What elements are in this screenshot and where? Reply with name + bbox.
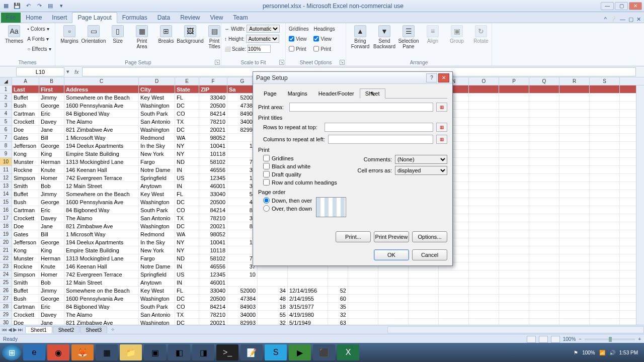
- taskbar-ie-icon[interactable]: e: [23, 344, 45, 360]
- cell[interactable]: [529, 182, 559, 190]
- cell[interactable]: [378, 311, 409, 318]
- bw-check[interactable]: Black and white: [258, 163, 349, 169]
- taskbar-cmd-icon[interactable]: >_: [216, 344, 238, 360]
- cell[interactable]: [529, 158, 559, 165]
- start-button[interactable]: ⊞: [2, 344, 21, 360]
- row-header[interactable]: 16: [0, 206, 12, 214]
- page-layout-view-button[interactable]: [539, 336, 548, 343]
- cell[interactable]: George: [39, 102, 64, 109]
- cell[interactable]: [469, 126, 499, 133]
- cell[interactable]: [529, 190, 559, 198]
- cell[interactable]: [559, 287, 590, 294]
- cell[interactable]: 35: [328, 303, 348, 310]
- row-header[interactable]: 25: [0, 279, 12, 287]
- tray-flag-icon[interactable]: ⚑: [574, 350, 578, 355]
- cell[interactable]: [348, 319, 378, 325]
- cell[interactable]: [529, 246, 559, 254]
- cell[interactable]: Knute: [39, 262, 64, 270]
- cell[interactable]: [590, 311, 620, 318]
- cell-errors-select[interactable]: displayed: [395, 166, 447, 175]
- cell[interactable]: [559, 85, 590, 93]
- rowcol-check[interactable]: Row and column headings: [258, 179, 349, 186]
- cell[interactable]: CO: [175, 206, 199, 214]
- cell[interactable]: Davey: [39, 118, 64, 125]
- cell[interactable]: [469, 238, 499, 246]
- cell[interactable]: Gates: [12, 134, 39, 141]
- row-header[interactable]: 20: [0, 238, 12, 246]
- minimize-ribbon-icon[interactable]: ^: [604, 16, 607, 23]
- vertical-scrollbar[interactable]: [636, 85, 644, 325]
- cell[interactable]: [529, 222, 559, 230]
- cell[interactable]: George: [39, 198, 64, 206]
- print-button[interactable]: Print...: [336, 231, 371, 242]
- col-header[interactable]: R: [559, 77, 590, 85]
- cell[interactable]: Simpson: [12, 270, 39, 278]
- cell[interactable]: 84214: [199, 206, 227, 214]
- new-sheet-icon[interactable]: ✧: [108, 327, 118, 332]
- cell[interactable]: 55: [258, 311, 288, 318]
- cell[interactable]: [227, 279, 258, 286]
- taskbar-chrome-icon[interactable]: ◉: [47, 344, 69, 360]
- cell[interactable]: [529, 118, 559, 125]
- cell[interactable]: Key West: [139, 287, 175, 294]
- cell[interactable]: In the Sky: [139, 142, 175, 149]
- workbook-minimize-icon[interactable]: —: [620, 16, 625, 23]
- cell[interactable]: 63: [328, 319, 348, 325]
- cell[interactable]: [590, 110, 620, 117]
- print-area-button[interactable]: ▦Print Area: [131, 24, 153, 50]
- cell[interactable]: First: [39, 85, 64, 93]
- cell[interactable]: [469, 311, 499, 318]
- cell[interactable]: [499, 279, 529, 286]
- effects-button[interactable]: ○Effects▾: [27, 44, 51, 53]
- cell[interactable]: George: [39, 238, 64, 246]
- cell[interactable]: George: [39, 295, 64, 302]
- dialog-help-button[interactable]: ?: [426, 73, 437, 82]
- table-row[interactable]: CrockettDaveyThe AlamoSan AntonioTX78210…: [12, 311, 644, 319]
- cell[interactable]: Fargo: [139, 254, 175, 262]
- cell[interactable]: [590, 158, 620, 165]
- cell[interactable]: IN: [175, 262, 199, 270]
- taskbar-app-icon[interactable]: ▦: [96, 344, 118, 360]
- gridlines-check[interactable]: Gridlines: [258, 155, 349, 161]
- cell[interactable]: South Park: [139, 303, 175, 310]
- cell[interactable]: TX: [175, 214, 199, 222]
- cell[interactable]: Homer: [39, 270, 64, 278]
- cell[interactable]: The Alamo: [64, 118, 139, 125]
- cell[interactable]: [348, 287, 378, 294]
- send-backward-button[interactable]: ▼Send Backward: [373, 24, 395, 50]
- col-header[interactable]: A: [12, 77, 39, 85]
- cell[interactable]: [469, 295, 499, 302]
- cell[interactable]: [469, 206, 499, 214]
- cell[interactable]: [439, 319, 469, 325]
- cell[interactable]: [499, 262, 529, 270]
- cell[interactable]: [258, 270, 288, 278]
- cell[interactable]: Somewhere on the Beach: [64, 287, 139, 294]
- cell[interactable]: [469, 174, 499, 182]
- cell[interactable]: [439, 295, 469, 302]
- cell[interactable]: [529, 85, 559, 93]
- excel-icon[interactable]: ▦: [2, 2, 10, 10]
- cell[interactable]: NY: [175, 142, 199, 149]
- sheet-tab-1[interactable]: Sheet1: [25, 326, 52, 333]
- fx-icon[interactable]: fx: [74, 69, 79, 75]
- row-header[interactable]: 26: [0, 287, 12, 295]
- row-header[interactable]: 11: [0, 166, 12, 174]
- cell[interactable]: [499, 254, 529, 262]
- horizontal-scrollbar[interactable]: [387, 326, 644, 333]
- cell[interactable]: [409, 270, 439, 278]
- cell[interactable]: [469, 303, 499, 310]
- save-icon[interactable]: 💾: [13, 2, 21, 10]
- cell[interactable]: 821 Zimbabwe Ave: [64, 319, 139, 325]
- cell[interactable]: [559, 174, 590, 182]
- tab-insert[interactable]: Insert: [47, 13, 72, 23]
- headings-print-checkbox[interactable]: [313, 45, 319, 53]
- comments-select[interactable]: (None): [395, 155, 447, 164]
- cell[interactable]: [499, 287, 529, 294]
- cell[interactable]: Washington: [139, 319, 175, 325]
- cell[interactable]: [469, 110, 499, 117]
- cell[interactable]: 20500: [199, 295, 227, 302]
- cell[interactable]: 32: [258, 319, 288, 325]
- cell[interactable]: San Antonio: [139, 311, 175, 318]
- tab-page-layout[interactable]: Page Layout: [72, 12, 117, 23]
- cell[interactable]: [378, 287, 409, 294]
